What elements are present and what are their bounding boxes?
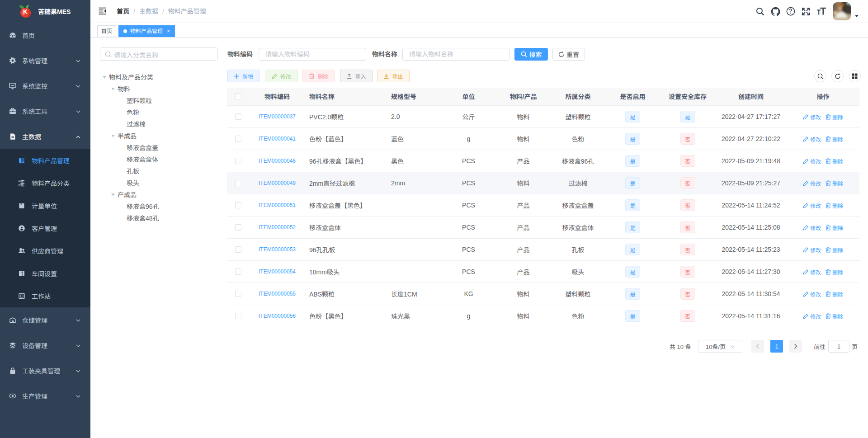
svg-text:K: K	[23, 8, 28, 15]
